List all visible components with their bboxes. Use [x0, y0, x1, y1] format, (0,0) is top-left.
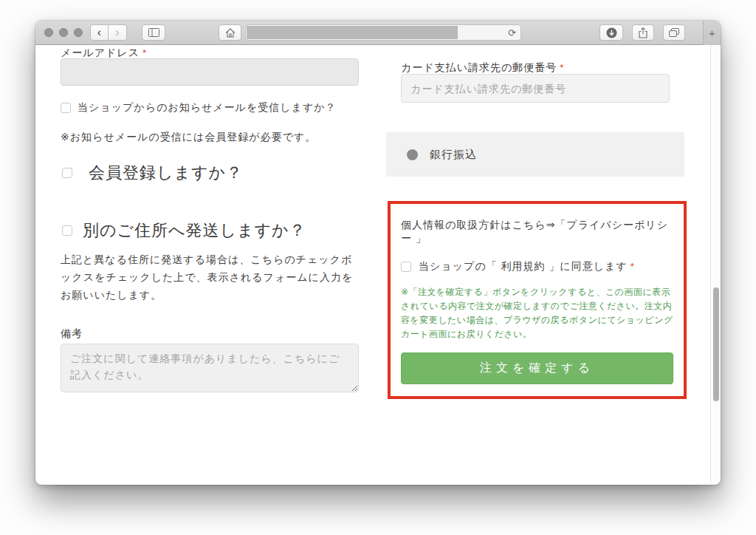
- home-button[interactable]: [219, 24, 241, 41]
- memo-label: 備考: [61, 327, 83, 341]
- alt-address-checkbox[interactable]: [62, 225, 72, 236]
- bank-transfer-option[interactable]: 銀行振込: [386, 132, 684, 177]
- register-row[interactable]: 会員登録しますか？: [62, 162, 243, 184]
- billing-zip-label: カード支払い請求先の郵便番号*: [401, 61, 564, 75]
- newsletter-label: 当ショップからのお知らせメールを受信しますか？: [78, 101, 337, 115]
- new-tab-button[interactable]: +: [703, 21, 721, 45]
- terms-checkbox[interactable]: [401, 262, 411, 272]
- tab-overview-button[interactable]: [663, 24, 685, 41]
- back-button[interactable]: ‹: [90, 24, 109, 41]
- terms-label: 当ショップの「 利用規約 」に同意します*: [419, 260, 635, 273]
- close-window-button[interactable]: [44, 28, 53, 37]
- reload-icon[interactable]: ⟳: [508, 28, 516, 38]
- privacy-policy-line[interactable]: 個人情報の取扱方針はこちら⇒「プライバシーポリシー 」: [401, 219, 673, 245]
- plus-icon: +: [709, 27, 715, 39]
- toolbar-right-group: +: [599, 21, 721, 45]
- bank-transfer-radio[interactable]: [407, 149, 418, 160]
- tabs-icon: [669, 28, 679, 37]
- browser-window: ‹ › ⟳: [35, 21, 721, 485]
- share-icon: [639, 27, 647, 38]
- address-bar-progress: [247, 26, 458, 39]
- sidebar-button[interactable]: [142, 24, 165, 41]
- forward-icon: ›: [115, 26, 119, 39]
- email-field[interactable]: [61, 58, 359, 86]
- address-bar[interactable]: ⟳: [245, 24, 521, 41]
- downloads-button[interactable]: [599, 24, 623, 41]
- zoom-window-button[interactable]: [74, 28, 83, 37]
- page-scrollbar-track[interactable]: [710, 45, 721, 484]
- screenshot-stage: ‹ › ⟳: [0, 0, 756, 535]
- forward-button[interactable]: ›: [109, 24, 127, 41]
- home-icon: [225, 28, 236, 38]
- register-heading: 会員登録しますか？: [89, 162, 243, 184]
- alt-address-heading: 別のご住所へ発送しますか？: [83, 219, 306, 242]
- minimize-window-button[interactable]: [59, 28, 68, 37]
- alt-address-row[interactable]: 別のご住所へ発送しますか？: [62, 219, 306, 242]
- browser-toolbar: ‹ › ⟳: [35, 21, 721, 45]
- sidebar-icon: [148, 28, 159, 37]
- page-content: メールアドレス* 当ショップからのお知らせメールを受信しますか？ ※お知らせメー…: [35, 45, 721, 484]
- traffic-lights: [44, 28, 83, 37]
- page-scrollbar-thumb[interactable]: [713, 287, 719, 401]
- share-button[interactable]: [632, 24, 654, 41]
- bank-transfer-label: 銀行振込: [430, 148, 477, 162]
- newsletter-optin-row[interactable]: 当ショップからのお知らせメールを受信しますか？: [61, 101, 337, 115]
- billing-zip-field[interactable]: [401, 74, 670, 103]
- back-icon: ‹: [97, 26, 101, 39]
- history-nav: ‹ ›: [90, 24, 127, 41]
- required-mark: *: [630, 261, 635, 272]
- register-checkbox[interactable]: [62, 168, 72, 178]
- required-mark: *: [142, 47, 147, 58]
- newsletter-checkbox[interactable]: [61, 103, 71, 113]
- download-icon: [606, 27, 617, 38]
- required-mark: *: [560, 62, 564, 73]
- order-notice: ※「注文を確定する」ボタンをクリックすると、この画面に表示されている内容で注文が…: [401, 285, 673, 341]
- alt-address-description: 上記と異なる住所に発送する場合は、こちらのチェックボックスをチェックした上で、表…: [61, 251, 359, 304]
- terms-agree-row[interactable]: 当ショップの「 利用規約 」に同意します*: [401, 260, 673, 273]
- newsletter-note: ※お知らせメールの受信には会員登録が必要です。: [61, 131, 316, 144]
- memo-textarea[interactable]: [61, 344, 359, 392]
- order-confirm-section: 個人情報の取扱方針はこちら⇒「プライバシーポリシー 」 当ショップの「 利用規約…: [388, 201, 687, 399]
- confirm-order-button[interactable]: 注文を確定する: [401, 352, 673, 384]
